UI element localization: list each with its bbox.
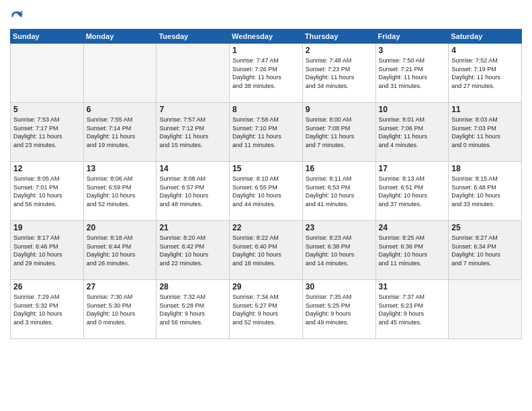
day-info: Sunrise: 7:58 AM Sunset: 7:10 PM Dayligh… <box>232 116 300 149</box>
calendar-cell: 13Sunrise: 8:06 AM Sunset: 6:59 PM Dayli… <box>83 162 157 221</box>
calendar-cell: 7Sunrise: 7:57 AM Sunset: 7:12 PM Daylig… <box>157 103 230 162</box>
day-info: Sunrise: 7:53 AM Sunset: 7:17 PM Dayligh… <box>13 116 81 149</box>
calendar-table: SundayMondayTuesdayWednesdayThursdayFrid… <box>10 29 522 339</box>
day-number: 4 <box>451 46 519 55</box>
calendar-cell: 14Sunrise: 8:08 AM Sunset: 6:57 PM Dayli… <box>157 162 230 221</box>
day-number: 10 <box>379 105 446 114</box>
day-info: Sunrise: 7:35 AM Sunset: 5:25 PM Dayligh… <box>306 293 373 326</box>
calendar-cell: 21Sunrise: 8:20 AM Sunset: 6:42 PM Dayli… <box>157 221 230 280</box>
day-number: 8 <box>232 105 300 114</box>
day-number: 31 <box>379 282 446 291</box>
day-info: Sunrise: 8:10 AM Sunset: 6:55 PM Dayligh… <box>232 175 300 208</box>
calendar-cell: 8Sunrise: 7:58 AM Sunset: 7:10 PM Daylig… <box>230 103 303 162</box>
day-info: Sunrise: 7:50 AM Sunset: 7:21 PM Dayligh… <box>379 56 446 90</box>
day-number: 2 <box>306 46 373 55</box>
day-info: Sunrise: 7:55 AM Sunset: 7:14 PM Dayligh… <box>87 116 154 149</box>
day-number: 6 <box>87 105 154 114</box>
calendar-cell: 9Sunrise: 8:00 AM Sunset: 7:08 PM Daylig… <box>302 103 375 162</box>
day-info: Sunrise: 8:23 AM Sunset: 6:38 PM Dayligh… <box>306 234 373 267</box>
header <box>10 7 522 24</box>
week-row-3: 12Sunrise: 8:05 AM Sunset: 7:01 PM Dayli… <box>11 162 522 221</box>
weekday-header-row: SundayMondayTuesdayWednesdayThursdayFrid… <box>11 30 522 44</box>
calendar-cell: 3Sunrise: 7:50 AM Sunset: 7:21 PM Daylig… <box>375 44 449 103</box>
day-info: Sunrise: 7:32 AM Sunset: 5:28 PM Dayligh… <box>159 293 226 326</box>
weekday-header-thursday: Thursday <box>302 30 375 44</box>
calendar-cell: 4Sunrise: 7:52 AM Sunset: 7:19 PM Daylig… <box>449 44 522 103</box>
calendar-cell: 12Sunrise: 8:05 AM Sunset: 7:01 PM Dayli… <box>11 162 84 221</box>
calendar-cell: 18Sunrise: 8:15 AM Sunset: 6:48 PM Dayli… <box>449 162 522 221</box>
calendar-cell: 11Sunrise: 8:03 AM Sunset: 7:03 PM Dayli… <box>449 103 522 162</box>
day-number: 11 <box>451 105 519 114</box>
calendar-cell: 31Sunrise: 7:37 AM Sunset: 5:23 PM Dayli… <box>375 280 449 339</box>
calendar-cell: 22Sunrise: 8:22 AM Sunset: 6:40 PM Dayli… <box>230 221 303 280</box>
day-number: 17 <box>379 164 446 173</box>
calendar-cell: 2Sunrise: 7:48 AM Sunset: 7:23 PM Daylig… <box>302 44 375 103</box>
day-info: Sunrise: 7:48 AM Sunset: 7:23 PM Dayligh… <box>306 56 373 90</box>
calendar-cell: 29Sunrise: 7:34 AM Sunset: 5:27 PM Dayli… <box>230 280 303 339</box>
day-info: Sunrise: 8:27 AM Sunset: 6:34 PM Dayligh… <box>451 234 519 267</box>
day-info: Sunrise: 8:01 AM Sunset: 7:06 PM Dayligh… <box>379 116 446 149</box>
day-number: 15 <box>232 164 300 173</box>
day-number: 18 <box>451 164 519 173</box>
day-info: Sunrise: 8:03 AM Sunset: 7:03 PM Dayligh… <box>451 116 519 149</box>
day-info: Sunrise: 8:22 AM Sunset: 6:40 PM Dayligh… <box>232 234 300 267</box>
day-info: Sunrise: 7:30 AM Sunset: 5:30 PM Dayligh… <box>87 293 154 326</box>
day-number: 7 <box>159 105 226 114</box>
day-number: 14 <box>159 164 226 173</box>
day-info: Sunrise: 8:11 AM Sunset: 6:53 PM Dayligh… <box>306 175 373 208</box>
day-info: Sunrise: 8:13 AM Sunset: 6:51 PM Dayligh… <box>379 175 446 208</box>
day-info: Sunrise: 8:06 AM Sunset: 6:59 PM Dayligh… <box>87 175 154 208</box>
day-info: Sunrise: 7:29 AM Sunset: 5:32 PM Dayligh… <box>13 293 81 326</box>
day-number: 28 <box>159 282 226 291</box>
day-number: 20 <box>87 223 154 232</box>
day-number: 3 <box>379 46 446 55</box>
day-number: 5 <box>13 105 81 114</box>
day-number: 16 <box>306 164 373 173</box>
calendar-cell: 23Sunrise: 8:23 AM Sunset: 6:38 PM Dayli… <box>302 221 375 280</box>
calendar-cell: 19Sunrise: 8:17 AM Sunset: 6:46 PM Dayli… <box>11 221 84 280</box>
weekday-header-wednesday: Wednesday <box>230 30 303 44</box>
weekday-header-saturday: Saturday <box>449 30 522 44</box>
day-number: 1 <box>232 46 300 55</box>
calendar-cell: 20Sunrise: 8:18 AM Sunset: 6:44 PM Dayli… <box>83 221 157 280</box>
day-info: Sunrise: 8:18 AM Sunset: 6:44 PM Dayligh… <box>87 234 154 267</box>
day-info: Sunrise: 7:34 AM Sunset: 5:27 PM Dayligh… <box>232 293 300 326</box>
day-number: 19 <box>13 223 81 232</box>
day-info: Sunrise: 8:08 AM Sunset: 6:57 PM Dayligh… <box>159 175 226 208</box>
week-row-2: 5Sunrise: 7:53 AM Sunset: 7:17 PM Daylig… <box>11 103 522 162</box>
day-number: 27 <box>87 282 154 291</box>
day-number: 12 <box>13 164 81 173</box>
calendar-cell: 26Sunrise: 7:29 AM Sunset: 5:32 PM Dayli… <box>11 280 84 339</box>
day-number: 25 <box>451 223 519 232</box>
day-number: 13 <box>87 164 154 173</box>
calendar-cell <box>157 44 230 103</box>
day-info: Sunrise: 7:52 AM Sunset: 7:19 PM Dayligh… <box>451 56 519 90</box>
calendar-cell: 24Sunrise: 8:25 AM Sunset: 6:36 PM Dayli… <box>375 221 449 280</box>
calendar-cell <box>11 44 84 103</box>
calendar-cell <box>449 280 522 339</box>
calendar-cell <box>83 44 157 103</box>
day-number: 29 <box>232 282 300 291</box>
calendar-cell: 28Sunrise: 7:32 AM Sunset: 5:28 PM Dayli… <box>157 280 230 339</box>
day-number: 9 <box>306 105 373 114</box>
calendar-cell: 6Sunrise: 7:55 AM Sunset: 7:14 PM Daylig… <box>83 103 157 162</box>
day-info: Sunrise: 8:15 AM Sunset: 6:48 PM Dayligh… <box>451 175 519 208</box>
page-container: SundayMondayTuesdayWednesdayThursdayFrid… <box>0 0 532 411</box>
day-number: 23 <box>306 223 373 232</box>
day-number: 24 <box>379 223 446 232</box>
calendar-cell: 5Sunrise: 7:53 AM Sunset: 7:17 PM Daylig… <box>11 103 84 162</box>
day-number: 26 <box>13 282 81 291</box>
calendar-cell: 30Sunrise: 7:35 AM Sunset: 5:25 PM Dayli… <box>302 280 375 339</box>
week-row-1: 1Sunrise: 7:47 AM Sunset: 7:26 PM Daylig… <box>11 44 522 103</box>
weekday-header-tuesday: Tuesday <box>157 30 230 44</box>
day-number: 22 <box>232 223 300 232</box>
day-info: Sunrise: 7:37 AM Sunset: 5:23 PM Dayligh… <box>379 293 446 326</box>
day-number: 30 <box>306 282 373 291</box>
logo <box>10 10 25 24</box>
weekday-header-monday: Monday <box>83 30 157 44</box>
weekday-header-sunday: Sunday <box>11 30 84 44</box>
day-info: Sunrise: 7:57 AM Sunset: 7:12 PM Dayligh… <box>159 116 226 149</box>
day-info: Sunrise: 8:20 AM Sunset: 6:42 PM Dayligh… <box>159 234 226 267</box>
calendar-cell: 27Sunrise: 7:30 AM Sunset: 5:30 PM Dayli… <box>83 280 157 339</box>
calendar-cell: 17Sunrise: 8:13 AM Sunset: 6:51 PM Dayli… <box>375 162 449 221</box>
